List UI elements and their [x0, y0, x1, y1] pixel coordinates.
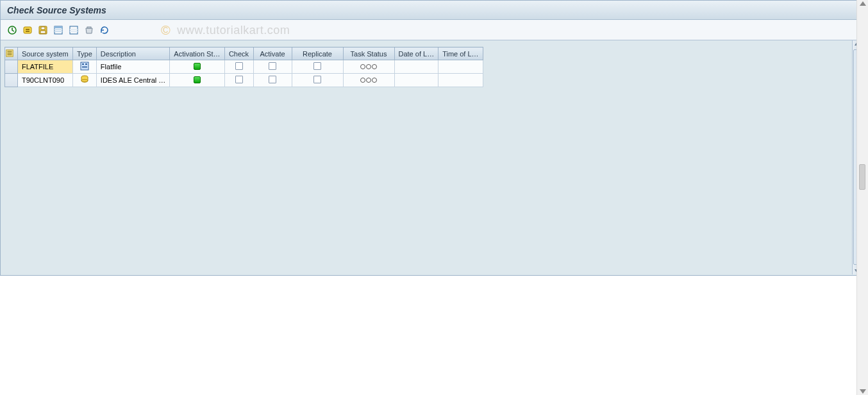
title-bar: Check Source Systems	[1, 1, 862, 20]
select-all-icon	[53, 25, 63, 35]
toolbar: © www.tutorialkart.com	[1, 20, 862, 40]
save-button[interactable]	[37, 24, 49, 37]
scroll-up-outer-icon	[860, 1, 866, 6]
refresh-button[interactable]	[83, 24, 96, 37]
col-time[interactable]: Time of L…	[438, 47, 483, 60]
checkbox-icon[interactable]	[235, 62, 243, 70]
svg-rect-3	[26, 31, 29, 32]
traffic-light-icon	[360, 64, 377, 69]
col-check[interactable]: Check	[224, 47, 253, 60]
svg-rect-22	[82, 66, 87, 67]
cell-type	[73, 60, 97, 74]
svg-rect-5	[41, 27, 45, 29]
svg-rect-12	[70, 29, 78, 30]
cell-time	[438, 74, 483, 87]
watermark: © www.tutorialkart.com	[161, 20, 290, 40]
cell-description: Flatfile	[96, 60, 170, 74]
log-button[interactable]	[98, 24, 111, 37]
checkbox-icon[interactable]	[313, 76, 321, 83]
col-type[interactable]: Type	[73, 47, 97, 60]
row-selector[interactable]	[5, 60, 18, 74]
col-description[interactable]: Description	[96, 47, 170, 60]
cell-activate[interactable]	[253, 74, 292, 87]
cell-date	[394, 60, 438, 74]
deselect-all-button[interactable]	[67, 24, 80, 37]
type-icon	[79, 65, 90, 72]
refresh-trash-icon	[84, 25, 94, 35]
cell-description: IDES ALE Central …	[96, 74, 170, 87]
source-systems-grid[interactable]: Source system Type Description Activatio…	[4, 47, 483, 87]
execute-button[interactable]	[6, 24, 19, 37]
scroll-thumb-outer[interactable]	[859, 164, 865, 190]
cell-check[interactable]	[224, 74, 253, 87]
row-selector[interactable]	[5, 74, 18, 87]
checkbox-icon[interactable]	[269, 76, 276, 83]
clock-execute-icon	[7, 25, 17, 35]
vertical-scrollbar-outer[interactable]	[856, 0, 868, 395]
status-green-icon	[194, 76, 201, 83]
col-task-status[interactable]: Task Status	[343, 47, 394, 60]
col-activation-status[interactable]: Activation St…	[170, 47, 224, 60]
svg-rect-18	[8, 54, 12, 55]
col-activate[interactable]: Activate	[253, 47, 292, 60]
cell-task-status	[343, 60, 394, 74]
cell-activate[interactable]	[253, 60, 292, 74]
cell-source-system[interactable]: FLATFILE	[18, 60, 73, 74]
page-title: Check Source Systems	[7, 5, 106, 15]
svg-rect-10	[54, 31, 62, 32]
corner-select-all[interactable]	[5, 47, 18, 60]
cell-replicate[interactable]	[292, 74, 343, 87]
status-green-icon	[194, 63, 201, 70]
svg-rect-2	[26, 29, 29, 30]
svg-rect-9	[54, 29, 62, 30]
cell-type	[73, 74, 97, 87]
cell-task-status	[343, 74, 394, 87]
col-source-system[interactable]: Source system	[18, 47, 73, 60]
cell-activation-status	[170, 60, 224, 74]
cell-check[interactable]	[224, 60, 253, 74]
deselect-all-icon	[69, 25, 79, 35]
select-column-icon	[5, 49, 14, 58]
checkbox-icon[interactable]	[269, 62, 276, 70]
copyright-symbol: ©	[161, 23, 171, 38]
svg-rect-14	[87, 27, 91, 28]
table-row[interactable]: FLATFILEFlatfile	[5, 60, 483, 74]
svg-rect-16	[8, 51, 12, 51]
svg-rect-8	[54, 26, 62, 28]
col-replicate[interactable]: Replicate	[292, 47, 343, 60]
svg-rect-17	[8, 53, 12, 53]
svg-rect-6	[40, 31, 46, 33]
variant-icon	[22, 25, 33, 35]
traffic-light-icon	[360, 78, 377, 83]
recycle-log-icon	[99, 25, 110, 35]
checkbox-icon[interactable]	[235, 76, 243, 83]
select-all-button[interactable]	[52, 24, 65, 37]
svg-rect-23	[82, 67, 87, 68]
cell-activation-status	[170, 74, 224, 87]
cell-source-system[interactable]: T90CLNT090	[18, 74, 73, 87]
svg-rect-20	[82, 63, 84, 65]
svg-rect-1	[24, 27, 31, 33]
app-frame: Check Source Systems	[0, 0, 862, 276]
watermark-text: www.tutorialkart.com	[177, 24, 290, 37]
col-date[interactable]: Date of L…	[394, 47, 438, 60]
table-row[interactable]: T90CLNT090IDES ALE Central …	[5, 74, 483, 87]
svg-rect-13	[70, 31, 78, 32]
content-area: Source system Type Description Activatio…	[1, 40, 862, 275]
cell-replicate[interactable]	[292, 60, 343, 74]
scroll-down-outer-icon	[860, 389, 866, 394]
variant-button[interactable]	[21, 24, 34, 37]
type-icon	[79, 78, 90, 86]
disk-save-icon	[38, 25, 48, 35]
cell-date	[394, 74, 438, 87]
svg-rect-21	[85, 63, 87, 65]
cell-time	[438, 60, 483, 74]
checkbox-icon[interactable]	[313, 62, 321, 70]
